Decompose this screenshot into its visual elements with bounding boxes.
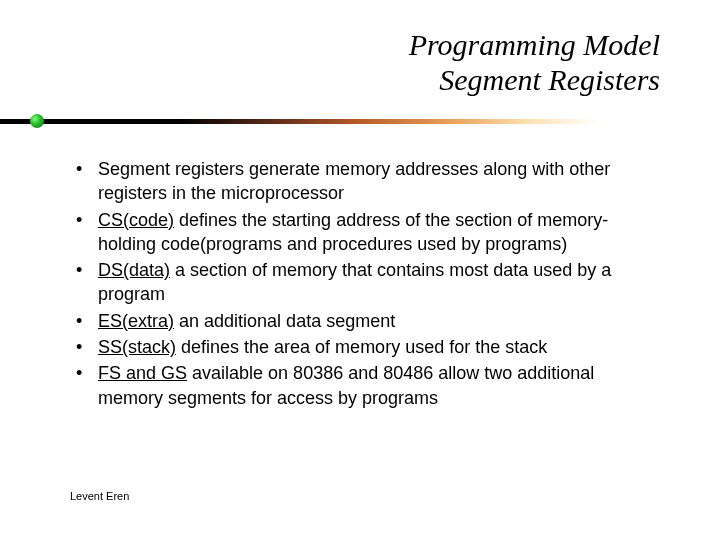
title-line-2: Segment Registers bbox=[0, 63, 660, 98]
bullet-text: defines the starting address of the sect… bbox=[98, 210, 608, 254]
bullet-text: a section of memory that contains most d… bbox=[98, 260, 611, 304]
slide-title-block: Programming Model Segment Registers bbox=[0, 0, 720, 107]
list-item: Segment registers generate memory addres… bbox=[70, 157, 660, 206]
segment-label: DS(data) bbox=[98, 260, 170, 280]
bullet-text: defines the area of memory used for the … bbox=[176, 337, 547, 357]
bullet-text: Segment registers generate memory addres… bbox=[98, 159, 610, 203]
segment-label: ES(extra) bbox=[98, 311, 174, 331]
list-item: SS(stack) defines the area of memory use… bbox=[70, 335, 660, 359]
list-item: CS(code) defines the starting address of… bbox=[70, 208, 660, 257]
list-item: DS(data) a section of memory that contai… bbox=[70, 258, 660, 307]
content-area: Segment registers generate memory addres… bbox=[0, 129, 720, 410]
bullet-list: Segment registers generate memory addres… bbox=[70, 157, 660, 410]
title-line-1: Programming Model bbox=[0, 28, 660, 63]
list-item: FS and GS available on 80386 and 80486 a… bbox=[70, 361, 660, 410]
divider-bar bbox=[0, 119, 600, 124]
divider bbox=[0, 115, 720, 129]
segment-label: FS and GS bbox=[98, 363, 187, 383]
list-item: ES(extra) an additional data segment bbox=[70, 309, 660, 333]
bullet-text: an additional data segment bbox=[174, 311, 395, 331]
footer-author: Levent Eren bbox=[70, 490, 129, 502]
segment-label: SS(stack) bbox=[98, 337, 176, 357]
divider-dot-icon bbox=[30, 114, 44, 128]
segment-label: CS(code) bbox=[98, 210, 174, 230]
